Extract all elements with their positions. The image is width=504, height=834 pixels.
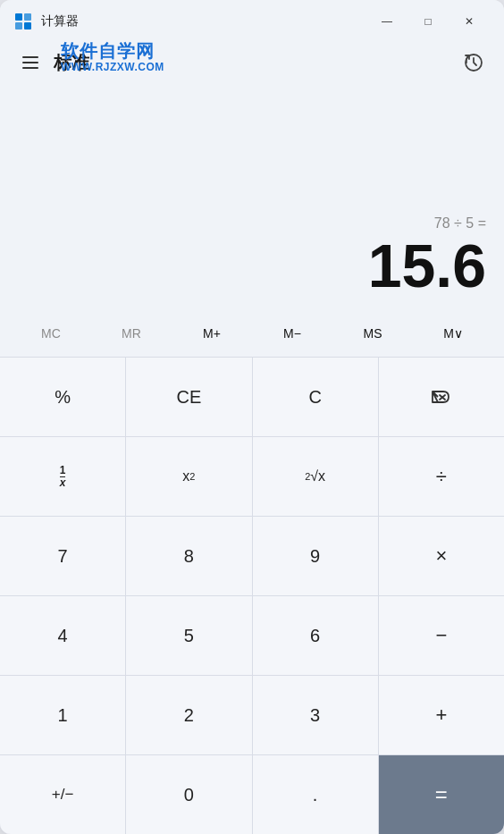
decimal-button[interactable]: .	[253, 755, 378, 834]
clear-button[interactable]: C	[253, 358, 378, 436]
svg-rect-3	[24, 22, 31, 29]
menu-bar-1	[22, 56, 38, 58]
nine-button[interactable]: 9	[253, 517, 378, 595]
svg-rect-1	[24, 13, 31, 21]
memory-row: MC MR M+ M− MS M∨	[0, 310, 504, 357]
app-title: 计算器	[41, 13, 366, 29]
subtract-button[interactable]: −	[379, 596, 504, 675]
mr-button[interactable]: MR	[91, 317, 172, 350]
minimize-button[interactable]: —	[366, 7, 407, 36]
seven-button[interactable]: 7	[0, 517, 125, 595]
history-button[interactable]	[458, 46, 490, 79]
zero-button[interactable]: 0	[126, 755, 251, 834]
three-button[interactable]: 3	[253, 676, 378, 754]
negate-button[interactable]: +/−	[0, 755, 125, 834]
four-button[interactable]: 4	[0, 596, 125, 675]
mc-button[interactable]: MC	[11, 317, 91, 350]
title-bar: 计算器 — □ ✕	[0, 0, 504, 43]
mminus-button[interactable]: M−	[252, 317, 332, 350]
reciprocal-button[interactable]: 1 x	[0, 437, 125, 516]
menu-button[interactable]	[14, 46, 46, 79]
maximize-button[interactable]: □	[407, 7, 449, 36]
mview-button[interactable]: M∨	[413, 317, 493, 350]
backspace-button[interactable]	[379, 358, 504, 436]
svg-rect-0	[15, 13, 22, 21]
six-button[interactable]: 6	[253, 596, 378, 675]
sqrt-button[interactable]: 2√x	[253, 437, 378, 516]
result-display: 15.6	[368, 235, 486, 296]
close-button[interactable]: ✕	[449, 7, 490, 36]
one-button[interactable]: 1	[0, 676, 125, 754]
window-controls: — □ ✕	[366, 7, 490, 36]
calculator-app: 计算器 — □ ✕ 标准 软件自学网 WWW.RJZXW.COM	[0, 0, 504, 834]
equals-button[interactable]: =	[379, 755, 504, 834]
app-header: 标准 软件自学网 WWW.RJZXW.COM	[0, 43, 504, 86]
two-button[interactable]: 2	[126, 676, 251, 754]
ms-button[interactable]: MS	[332, 317, 413, 350]
five-button[interactable]: 5	[126, 596, 251, 675]
mode-title: 标准	[54, 51, 458, 75]
multiply-button[interactable]: ×	[379, 517, 504, 595]
expression-display: 78 ÷ 5 =	[434, 215, 486, 232]
eight-button[interactable]: 8	[126, 517, 251, 595]
divide-button[interactable]: ÷	[379, 437, 504, 516]
menu-bar-3	[22, 67, 38, 69]
square-button[interactable]: x2	[126, 437, 251, 516]
clear-entry-button[interactable]: CE	[126, 358, 251, 436]
display-area: 78 ÷ 5 = 15.6	[0, 86, 504, 310]
button-grid: % CE C 1 x x2 2√x ÷ 7 8 9 ×	[0, 357, 504, 834]
add-button[interactable]: +	[379, 676, 504, 754]
svg-rect-2	[15, 22, 22, 29]
mplus-button[interactable]: M+	[172, 317, 252, 350]
percent-button[interactable]: %	[0, 358, 125, 436]
app-icon	[14, 13, 32, 30]
menu-bar-2	[22, 62, 38, 63]
